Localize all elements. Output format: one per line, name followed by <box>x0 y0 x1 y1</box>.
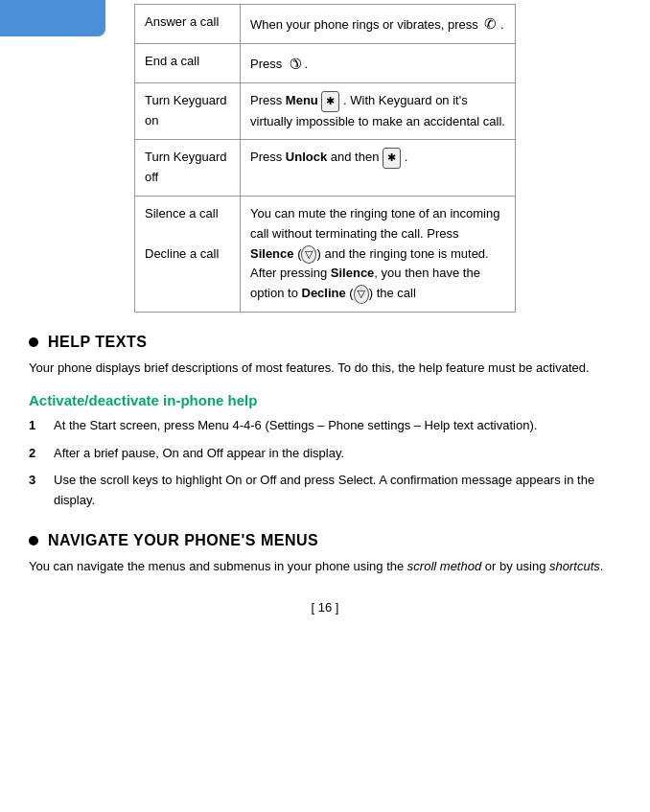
top-tab <box>0 0 105 36</box>
list-item: 1 At the Start screen, press Menu 4-4-6 … <box>29 416 621 436</box>
help-texts-section: HELP TEXTS Your phone displays brief des… <box>29 334 621 511</box>
list-text: Use the scroll keys to highlight On or O… <box>54 471 621 511</box>
table-label: Silence a callDecline a call <box>135 196 241 312</box>
navigate-heading-row: NAVIGATE YOUR PHONE'S MENUS <box>29 532 621 549</box>
table-content: You can mute the ringing tone of an inco… <box>241 196 516 312</box>
phone-end-icon: ✆ <box>282 51 307 76</box>
table-section: Answer a call When your phone rings or v… <box>134 4 621 313</box>
silence-bold2: Silence <box>331 266 375 280</box>
list-item: 2 After a brief pause, On and Off appear… <box>29 444 621 464</box>
keyguard-star-icon: ✱ <box>321 91 339 112</box>
shortcuts-text: shortcuts <box>549 559 600 573</box>
help-texts-list: 1 At the Start screen, press Menu 4-4-6 … <box>29 416 621 511</box>
table-label: Answer a call <box>135 5 241 44</box>
silence-bold: Silence <box>250 246 294 261</box>
table-row: Answer a call When your phone rings or v… <box>135 5 516 44</box>
silence-icon: ▽ <box>301 245 316 265</box>
decline-bold: Decline <box>302 286 346 300</box>
table-label: Turn Keyguard off <box>135 140 241 197</box>
table-label: Turn Keyguard on <box>135 83 241 140</box>
keyguard-star-icon2: ✱ <box>383 148 401 169</box>
table-content: Press ✆ . <box>241 44 516 83</box>
scroll-method-text: scroll method <box>407 559 481 573</box>
table-row: Turn Keyguard off Press Unlock and then … <box>135 140 516 197</box>
bullet-dot2 <box>29 536 38 545</box>
activate-subheading: Activate/deactivate in-phone help <box>29 392 621 408</box>
navigate-section: NAVIGATE YOUR PHONE'S MENUS You can navi… <box>29 532 621 577</box>
help-texts-body: Your phone displays brief descriptions o… <box>29 359 621 379</box>
page-footer: [ 16 ] <box>29 600 621 615</box>
info-table: Answer a call When your phone rings or v… <box>134 4 516 313</box>
bullet-dot <box>29 337 38 347</box>
menu-bold: Menu <box>286 93 318 107</box>
list-num: 3 <box>29 471 48 511</box>
phone-receive-icon: ✆ <box>484 12 497 35</box>
navigate-body: You can navigate the menus and submenus … <box>29 557 621 577</box>
help-texts-title: HELP TEXTS <box>48 334 147 351</box>
list-text: After a brief pause, On and Off appear i… <box>54 444 344 464</box>
navigate-title: NAVIGATE YOUR PHONE'S MENUS <box>48 532 318 549</box>
table-content: When your phone rings or vibrates, press… <box>241 5 516 44</box>
help-texts-heading-row: HELP TEXTS <box>29 334 621 351</box>
table-label: End a call <box>135 44 241 83</box>
table-row: Silence a callDecline a call You can mut… <box>135 196 516 312</box>
table-row: Turn Keyguard on Press Menu ✱ . With Key… <box>135 83 516 140</box>
page-wrapper: Answer a call When your phone rings or v… <box>0 4 650 643</box>
decline-icon: ▽ <box>354 285 369 304</box>
list-text: At the Start screen, press Menu 4-4-6 (S… <box>54 416 537 436</box>
table-row: End a call Press ✆ . <box>135 44 516 83</box>
table-content: Press Unlock and then ✱ . <box>241 140 516 197</box>
list-num: 1 <box>29 416 48 436</box>
page-number: [ 16 ] <box>312 600 339 615</box>
table-content: Press Menu ✱ . With Keyguard on it's vir… <box>241 83 516 140</box>
list-num: 2 <box>29 444 48 464</box>
list-item: 3 Use the scroll keys to highlight On or… <box>29 471 621 511</box>
unlock-bold: Unlock <box>286 150 327 164</box>
